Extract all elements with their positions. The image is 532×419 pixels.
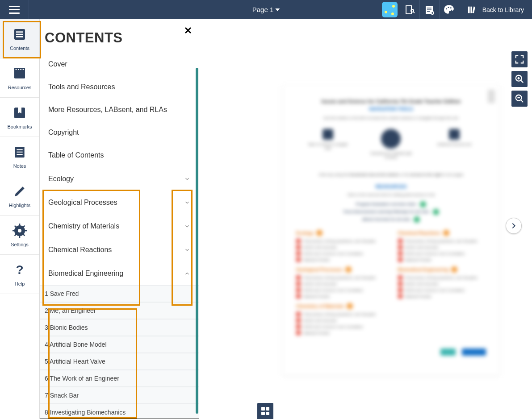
- toc-item-more-resources[interactable]: More Resources, LABsent, and RLAs: [40, 99, 199, 121]
- svg-rect-11: [16, 33, 23, 35]
- toc-subitem[interactable]: 6 The Work of an Engineer: [40, 370, 199, 387]
- svg-text:?: ?: [16, 264, 23, 276]
- svg-rect-17: [20, 69, 21, 70]
- toc-section-label: Ecology: [48, 175, 74, 183]
- toc-section-chemistry-materials[interactable]: Chemistry of Materials: [40, 214, 199, 238]
- sidebar-item-settings[interactable]: Settings: [0, 216, 39, 255]
- hamburger-icon: [9, 6, 20, 14]
- panel-scroll-area[interactable]: Cover Tools and Resources More Resources…: [40, 51, 199, 419]
- expand-icon: [515, 54, 524, 64]
- toc-subitem[interactable]: 3 Bionic Bodies: [40, 319, 199, 336]
- chevron-down-icon: [184, 246, 191, 253]
- svg-rect-18: [23, 69, 24, 70]
- menu-button[interactable]: [0, 0, 29, 19]
- toc-section-label: Chemistry of Materials: [48, 222, 119, 230]
- back-to-library-button[interactable]: Back to Library: [459, 0, 532, 19]
- chevron-down-icon: [184, 199, 191, 206]
- sidebar-item-help[interactable]: ? Help: [0, 255, 39, 294]
- toc-subitem[interactable]: 7 Snack Bar: [40, 387, 199, 404]
- toc-item-copyright[interactable]: Copyright: [40, 121, 199, 144]
- sidebar-item-bookmarks[interactable]: Bookmarks: [0, 98, 39, 137]
- toc-subitem[interactable]: 5 Artificial Heart Valve: [40, 353, 199, 370]
- svg-rect-15: [16, 69, 17, 70]
- toc-item-cover[interactable]: Cover: [40, 53, 199, 76]
- sidebar-item-contents[interactable]: Contents: [0, 19, 39, 58]
- network-icon: [382, 2, 398, 17]
- svg-point-2: [446, 8, 447, 9]
- thumbnail-grid-button[interactable]: [257, 403, 273, 419]
- zoom-in-icon: [515, 74, 524, 84]
- svg-point-5: [451, 9, 452, 11]
- page-content-blurred: Issues and Science for California 7th Gr…: [283, 85, 499, 375]
- sidebar-item-resources[interactable]: Resources: [0, 58, 39, 98]
- network-tool-button[interactable]: [380, 0, 400, 19]
- close-icon: [184, 26, 192, 34]
- toc-section-geological[interactable]: Geological Processes: [40, 191, 199, 214]
- svg-point-25: [18, 229, 21, 232]
- zoom-out-button[interactable]: [511, 91, 528, 107]
- sidebar-item-label: Settings: [11, 242, 29, 247]
- toc-subitem[interactable]: 4 Artificial Bone Model: [40, 336, 199, 353]
- svg-rect-21: [17, 149, 22, 150]
- panel-close-button[interactable]: [184, 25, 192, 37]
- note-plus-icon: [424, 4, 435, 15]
- bookmark-icon: [12, 105, 27, 120]
- sidebar-item-label: Help: [15, 281, 25, 286]
- chevron-down-icon: [184, 175, 191, 183]
- svg-rect-28: [13, 230, 16, 231]
- toc-section-chemical-reactions[interactable]: Chemical Reactions: [40, 238, 199, 261]
- top-bar: Page 1 Back to Library: [0, 0, 532, 19]
- toc-subitem[interactable]: 2 Me, an Engineer: [40, 302, 199, 319]
- sidebar-item-notes[interactable]: Notes: [0, 137, 39, 176]
- svg-rect-23: [17, 154, 22, 155]
- toc-section-ecology[interactable]: Ecology: [40, 167, 199, 191]
- zoom-in-button[interactable]: [511, 71, 528, 87]
- back-to-library-label: Back to Library: [482, 6, 524, 13]
- sidebar-item-label: Notes: [13, 163, 26, 169]
- toc-section-label: Biomedical Engineering: [48, 270, 123, 278]
- svg-rect-22: [17, 151, 22, 152]
- gear-icon: [12, 223, 27, 238]
- svg-rect-29: [24, 230, 27, 231]
- left-sidebar: Contents Resources Bookmarks Notes Highl…: [0, 19, 40, 419]
- toc-item-tools[interactable]: Tools and Resources: [40, 76, 199, 99]
- svg-rect-16: [18, 69, 19, 70]
- svg-rect-27: [19, 235, 21, 238]
- next-page-button[interactable]: [506, 218, 522, 234]
- grid-icon: [261, 407, 269, 415]
- contents-icon: [12, 27, 27, 42]
- note-add-button[interactable]: [419, 0, 439, 19]
- panel-title: CONTENTS: [40, 19, 199, 51]
- question-icon: ?: [12, 262, 27, 278]
- svg-rect-13: [14, 70, 25, 79]
- palette-button[interactable]: [439, 0, 459, 19]
- sidebar-item-highlights[interactable]: Highlights: [0, 176, 39, 216]
- svg-rect-7: [470, 6, 472, 13]
- palette-icon: [443, 4, 455, 16]
- fullscreen-button[interactable]: [511, 51, 528, 67]
- caret-down-icon: [275, 8, 280, 11]
- svg-rect-10: [16, 31, 23, 33]
- sidebar-item-label: Contents: [10, 46, 29, 51]
- search-book-button[interactable]: [400, 0, 419, 19]
- sidebar-item-label: Resources: [8, 85, 32, 90]
- toc-subitem[interactable]: 8 Investigating Biomechanics: [40, 404, 199, 419]
- sidebar-item-label: Bookmarks: [7, 124, 32, 129]
- toc-section-label: Chemical Reactions: [48, 246, 112, 254]
- toc-subitem[interactable]: 1 Save Fred: [40, 285, 199, 302]
- toc-item-table-of-contents[interactable]: Table of Contents: [40, 144, 199, 167]
- svg-point-3: [448, 7, 449, 8]
- sidebar-item-label: Highlights: [9, 203, 30, 208]
- toc-section-biomedical[interactable]: Biomedical Engineering: [40, 261, 199, 285]
- page-indicator[interactable]: Page 1: [252, 6, 280, 13]
- panel-scrollbar[interactable]: [196, 68, 198, 414]
- chevron-up-icon: [184, 270, 191, 277]
- library-icon: [467, 5, 477, 15]
- zoom-out-icon: [515, 94, 524, 104]
- resources-icon: [12, 66, 27, 81]
- highlighter-icon: [12, 184, 27, 199]
- chevron-down-icon: [184, 223, 191, 230]
- page-label: Page 1: [252, 6, 274, 13]
- toc-section-label: Geological Processes: [48, 199, 117, 207]
- chevron-right-icon: [510, 222, 517, 229]
